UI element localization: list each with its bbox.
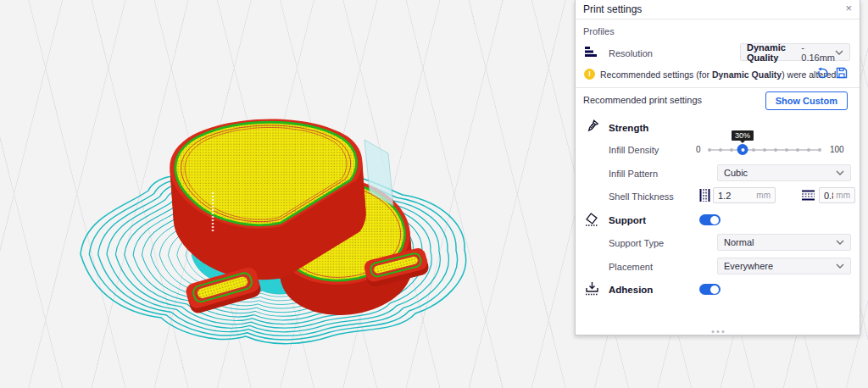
adhesion-toggle[interactable] (699, 284, 721, 295)
adhesion-section-title: Adhesion (609, 285, 653, 295)
profiles-section-label: Profiles (583, 26, 615, 36)
show-custom-button[interactable]: Show Custom (765, 91, 848, 110)
slider-max-label: 100 (830, 145, 844, 154)
wall-thickness-icon (699, 188, 710, 202)
panel-title: Print settings (583, 3, 642, 15)
recommended-section-label: Recommended print settings (583, 95, 702, 105)
print-settings-panel: Print settings × Profiles Resolution Dyn… (575, 0, 860, 335)
warning-text: Recommended settings (for Dynamic Qualit… (600, 69, 838, 80)
sliced-model-preview (68, 106, 483, 347)
support-type-label: Support Type (609, 238, 664, 248)
save-icon[interactable] (836, 67, 848, 79)
resolution-dropdown[interactable]: Dynamic Quality - 0.16mm (740, 43, 850, 61)
top-bottom-thickness-icon (801, 190, 815, 201)
infill-density-slider[interactable]: 30% (709, 149, 820, 151)
top-bottom-thickness-input[interactable] (824, 191, 833, 201)
build-plate-viewport[interactable] (68, 106, 483, 347)
chevron-down-icon (836, 240, 844, 245)
reset-icon[interactable] (816, 67, 829, 80)
panel-drag-handle[interactable] (711, 330, 724, 333)
strength-section-title: Strength (609, 123, 648, 133)
infill-density-tooltip: 30% (732, 130, 754, 141)
infill-density-label: Infill Density (609, 145, 659, 155)
placement-label: Placement (609, 262, 653, 272)
slider-min-label: 0 (696, 145, 701, 154)
resolution-label: Resolution (609, 48, 653, 58)
chevron-down-icon (836, 263, 844, 269)
top-bottom-thickness-field: mm (819, 187, 855, 203)
support-icon (584, 212, 599, 227)
resolution-layers-icon (584, 45, 598, 58)
wall-thickness-field: mm (713, 187, 776, 203)
infill-pattern-dropdown[interactable]: Cubic (717, 164, 851, 181)
strength-screw-icon (585, 119, 599, 134)
infill-pattern-label: Infill Pattern (609, 169, 658, 179)
chevron-down-icon (835, 50, 843, 55)
close-icon[interactable]: × (845, 3, 852, 14)
chevron-down-icon (836, 170, 844, 175)
support-section-title: Support (609, 215, 646, 225)
support-type-dropdown[interactable]: Normal (717, 234, 851, 251)
shell-thickness-label: Shell Thickness (609, 191, 674, 202)
placement-dropdown[interactable]: Everywhere (717, 258, 851, 274)
wall-thickness-input[interactable] (718, 191, 754, 201)
resolution-value: Dynamic Quality (747, 42, 801, 63)
warning-icon: ! (584, 69, 595, 80)
infill-density-handle[interactable] (737, 144, 748, 155)
adhesion-icon (585, 281, 599, 297)
support-toggle[interactable] (699, 214, 721, 225)
